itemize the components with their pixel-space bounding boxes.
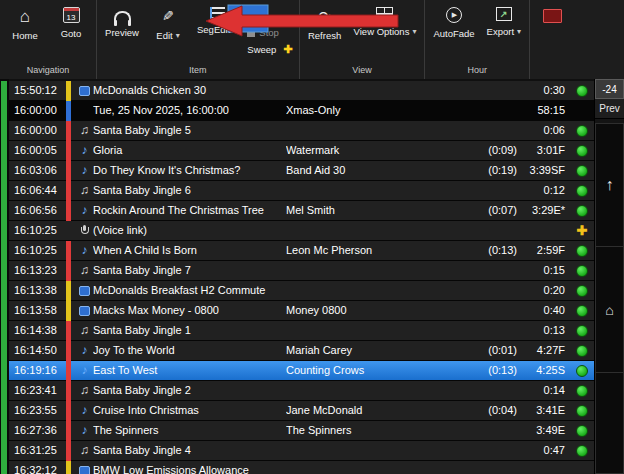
jingle-icon bbox=[80, 441, 89, 460]
item-status-cell bbox=[570, 285, 594, 297]
segedit-icon bbox=[210, 7, 225, 19]
advert-icon bbox=[79, 86, 90, 96]
item-status-cell bbox=[570, 165, 594, 177]
item-type-color-bar bbox=[66, 461, 71, 474]
playlist-row[interactable]: 16:06:44Santa Baby Jingle 60:12 bbox=[9, 181, 594, 201]
item-type-cell bbox=[76, 441, 93, 460]
playlist-row[interactable]: 16:03:06Do They Know It's Christmas?Band… bbox=[9, 161, 594, 181]
toolbar-button-label: SegEdit bbox=[197, 24, 237, 35]
playlist-row[interactable]: 16:23:55Cruise Into ChristmasJane McDona… bbox=[9, 401, 594, 421]
playlist-row[interactable]: 16:27:36The SpinnersThe Spinners3:49E bbox=[9, 421, 594, 441]
item-status-cell bbox=[570, 405, 594, 417]
item-intro-time: (0:07) bbox=[473, 201, 517, 220]
status-ready-dot bbox=[576, 145, 588, 157]
refresh-button[interactable]: Refresh bbox=[302, 0, 348, 43]
scroll-segment-lower[interactable] bbox=[595, 372, 624, 474]
playlist-row[interactable]: 16:13:58Macks Max Money - 0800Money 0800… bbox=[9, 301, 594, 321]
item-title: Macks Max Money - 0800 bbox=[93, 301, 286, 320]
playlist-row[interactable]: 16:19:16East To WestCounting Crows(0:13)… bbox=[9, 361, 594, 381]
item-type-color-bar bbox=[66, 421, 71, 441]
item-status-cell bbox=[570, 85, 594, 97]
item-type-cell bbox=[76, 121, 93, 140]
add-voice-icon[interactable]: ✚ bbox=[577, 224, 588, 237]
item-type-color-bar bbox=[66, 441, 71, 461]
status-ready-dot bbox=[576, 125, 588, 137]
sweep-button[interactable]: Sweep bbox=[247, 41, 292, 58]
playlist-row[interactable]: 16:10:25When A Child Is BornLeon Mc Pher… bbox=[9, 241, 594, 261]
ribbon-toolbar: Home13GotoNavigationPreviewEditSegEditSt… bbox=[0, 0, 624, 80]
playlist-row[interactable]: 16:31:25Santa Baby Jingle 40:47 bbox=[9, 441, 594, 461]
playlist-row[interactable]: 16:13:38McDonalds Breakfast H2 Commute0:… bbox=[9, 281, 594, 301]
item-type-cell bbox=[76, 466, 93, 474]
toolbar-button-label: Preview bbox=[105, 27, 139, 38]
export-button[interactable]: Export bbox=[481, 0, 527, 39]
segedit-button[interactable]: SegEdit bbox=[191, 0, 243, 37]
item-duration: 0:12 bbox=[517, 181, 570, 200]
item-start-time: 16:31:25 bbox=[9, 441, 66, 460]
status-ready-dot bbox=[576, 385, 588, 397]
item-type-color-bar bbox=[66, 221, 71, 241]
scroll-segment-home[interactable]: ⌂ bbox=[595, 246, 624, 372]
item-duration: 0:47 bbox=[517, 441, 570, 460]
song-icon bbox=[82, 161, 88, 180]
item-type-color-bar bbox=[66, 201, 71, 221]
preview-button[interactable]: Preview bbox=[99, 0, 145, 40]
prev-hour-button[interactable]: Prev bbox=[595, 99, 624, 119]
grid-icon bbox=[376, 7, 393, 21]
jingle-icon bbox=[80, 261, 89, 280]
onair-screens-button[interactable] bbox=[543, 9, 562, 27]
item-title: Santa Baby Jingle 1 bbox=[93, 321, 286, 340]
toolbar-group-label: View bbox=[302, 64, 423, 79]
scroll-segment-up[interactable]: ↑ bbox=[595, 123, 624, 246]
item-artist: Mel Smith bbox=[286, 201, 473, 220]
jingle-icon bbox=[80, 381, 89, 400]
playlist-row[interactable]: 16:14:50Joy To the WorldMariah Carey(0:0… bbox=[9, 341, 594, 361]
current-hour-icon: ⌂ bbox=[605, 302, 613, 318]
playlist-row[interactable]: 16:00:00Santa Baby Jingle 50:06 bbox=[9, 121, 594, 141]
jingle-icon bbox=[80, 121, 89, 140]
item-start-time: 16:10:25 bbox=[9, 241, 66, 260]
item-title: Santa Baby Jingle 2 bbox=[93, 381, 286, 400]
playlist-row[interactable]: 16:23:41Santa Baby Jingle 20:14 bbox=[9, 381, 594, 401]
item-type-cell bbox=[76, 161, 93, 180]
headphones-icon bbox=[114, 11, 131, 22]
item-title: Rockin Around The Christmas Tree bbox=[93, 201, 286, 220]
goto-button[interactable]: 13Goto bbox=[48, 0, 94, 41]
playlist-row[interactable]: 16:06:56Rockin Around The Christmas Tree… bbox=[9, 201, 594, 221]
item-type-color-bar bbox=[66, 401, 71, 421]
edit-button[interactable]: Edit bbox=[145, 0, 191, 43]
item-status-cell bbox=[570, 445, 594, 457]
playlist-row[interactable]: 16:32:12BMW Low Emissions Allowance bbox=[9, 461, 594, 474]
toolbar-button-label: View Options bbox=[354, 26, 417, 37]
view-options-button[interactable]: View Options bbox=[348, 0, 423, 39]
item-type-cell bbox=[76, 225, 93, 237]
status-ready-dot bbox=[576, 345, 588, 357]
stop-button[interactable]: Stop bbox=[247, 24, 292, 41]
autofade-button[interactable]: AutoFade bbox=[427, 0, 480, 41]
stack-item-label: Sweep bbox=[247, 44, 276, 55]
playlist-row[interactable]: 16:10:25(Voice link)✚ bbox=[9, 221, 594, 241]
status-ready-dot bbox=[576, 85, 588, 97]
item-title: Santa Baby Jingle 4 bbox=[93, 441, 286, 460]
toolbar-button-label: AutoFade bbox=[433, 28, 474, 39]
item-duration: 0:15 bbox=[517, 261, 570, 280]
stack-item-label: Stop bbox=[259, 27, 279, 38]
playlist-row[interactable]: 16:00:05GloriaWatermark(0:09)3:01F bbox=[9, 141, 594, 161]
item-status-cell bbox=[570, 145, 594, 157]
toolbar-button-label: Refresh bbox=[308, 30, 341, 41]
hour-scroll-track[interactable]: ↑ ⌂ bbox=[595, 123, 624, 474]
item-start-time: 16:00:00 bbox=[9, 101, 66, 120]
playlist-row[interactable]: 16:13:23Santa Baby Jingle 70:15 bbox=[9, 261, 594, 281]
item-start-time: 16:06:56 bbox=[9, 201, 66, 220]
item-start-time: 16:23:55 bbox=[9, 401, 66, 420]
home-button[interactable]: Home bbox=[2, 0, 48, 43]
playlist-row[interactable]: 16:14:38Santa Baby Jingle 10:13 bbox=[9, 321, 594, 341]
item-duration: 0:40 bbox=[517, 301, 570, 320]
hour-header-row[interactable]: 16:00:00Tue, 25 Nov 2025, 16:00:00Xmas-O… bbox=[9, 101, 594, 121]
status-ready-dot bbox=[576, 285, 588, 297]
item-type-color-bar bbox=[66, 341, 71, 361]
playlist-area: 15:50:12McDonalds Chicken 300:3016:00:00… bbox=[0, 79, 624, 474]
item-duration: 3:29E* bbox=[517, 201, 570, 220]
playlist-row[interactable]: 15:50:12McDonalds Chicken 300:30 bbox=[9, 81, 594, 101]
toolbar-button-label: Home bbox=[12, 30, 37, 41]
